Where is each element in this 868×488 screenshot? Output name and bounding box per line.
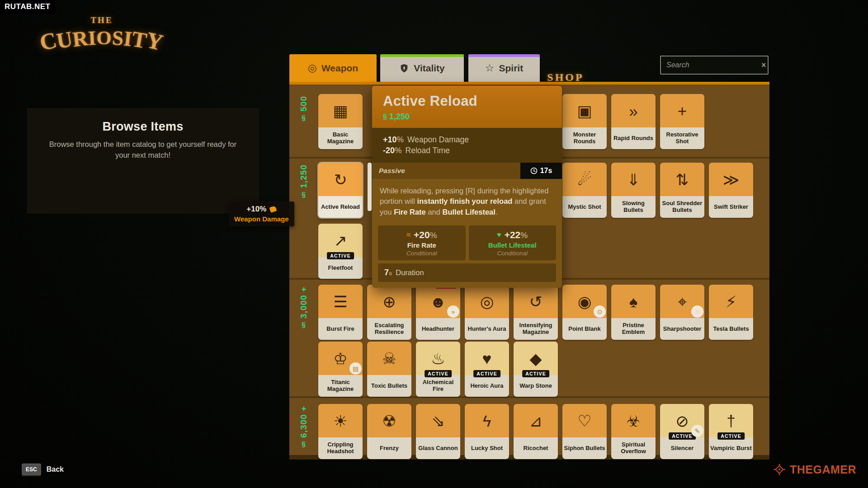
item-card-sharpshooter[interactable]: ⌖◌Sharpshooter bbox=[660, 285, 704, 340]
item-card-spiritual-overflow[interactable]: ☣Spiritual Overflow bbox=[611, 404, 656, 459]
item-card-alchemical-fire[interactable]: ♨ACTIVEAlchemical Fire bbox=[416, 342, 460, 397]
item-card-tesla-bullets[interactable]: ⚡Tesla Bullets bbox=[709, 285, 753, 340]
stat-pct: % bbox=[397, 135, 404, 144]
search-input[interactable] bbox=[665, 61, 761, 70]
item-name-label: Heroic Aura bbox=[465, 375, 509, 397]
souls-icon: § bbox=[300, 188, 307, 199]
item-card-titanic-magazine[interactable]: ♔▤Titanic Magazine bbox=[318, 342, 363, 397]
item-card-soul-shredder-bullets[interactable]: ⇅Soul Shredder Bullets bbox=[660, 163, 704, 218]
item-card-crippling-headshot[interactable]: ☀Crippling Headshot bbox=[318, 404, 363, 459]
item-icon-area: ☰ bbox=[318, 285, 363, 318]
pristine-emblem-icon: ♠ bbox=[629, 294, 638, 310]
conditional-fire-rate: ≡ +20% Fire Rate Conditional bbox=[378, 225, 466, 260]
item-card-rapid-rounds[interactable]: »Rapid Rounds bbox=[611, 94, 656, 149]
browse-items-panel: Browse Items Browse through the item cat… bbox=[27, 108, 259, 213]
item-card-lucky-shot[interactable]: ϟLucky Shot bbox=[465, 404, 509, 459]
stat-value: +10 bbox=[383, 135, 397, 144]
tooltip-header: Active Reload § 1,250 bbox=[372, 86, 562, 128]
item-icon-area: + bbox=[660, 94, 704, 127]
item-card-swift-striker[interactable]: ≫Swift Striker bbox=[709, 163, 753, 218]
escalating-resilience-icon: ⊕ bbox=[382, 294, 396, 310]
item-card-vampiric-burst[interactable]: †ACTIVEVampiric Burst bbox=[709, 404, 753, 459]
crippling-headshot-icon: ☀ bbox=[333, 413, 347, 429]
item-name-label: Burst Fire bbox=[318, 318, 363, 340]
item-name-label: Frenzy bbox=[367, 437, 411, 459]
conditional-bullet-lifesteal: ♥ +22% Bullet Lifesteal Conditional bbox=[469, 225, 557, 260]
tooltip-passive-row: Passive 17s bbox=[372, 163, 562, 179]
item-card-frenzy[interactable]: ☢Frenzy bbox=[367, 404, 411, 459]
item-card-mystic-shot[interactable]: ☄Mystic Shot bbox=[562, 163, 607, 218]
item-icon-area: » bbox=[611, 94, 656, 127]
monster-rounds-icon: ▣ bbox=[577, 103, 592, 119]
item-name-label: Slowing Bullets bbox=[611, 196, 656, 218]
esc-key-badge[interactable]: ESC bbox=[22, 464, 41, 475]
item-card-escalating-resilience[interactable]: ⊕Escalating Resilience bbox=[367, 285, 411, 340]
item-card-restorative-shot[interactable]: +Restorative Shot bbox=[660, 94, 704, 149]
item-icon-area: ☣ bbox=[611, 404, 656, 437]
browse-items-title: Browse Items bbox=[102, 120, 183, 134]
point-blank-icon: ◉ bbox=[578, 294, 592, 310]
souls-icon: § bbox=[300, 438, 307, 448]
item-card-headhunter[interactable]: ☻»Headhunter bbox=[416, 285, 460, 340]
conditional-pct: % bbox=[520, 231, 528, 240]
item-name-label: Vampiric Burst bbox=[709, 437, 753, 459]
tier-section-6-300: § 6,300 +☀Crippling Headshot☢Frenzy⇘Glas… bbox=[289, 396, 769, 460]
titanic-magazine-icon: ♔ bbox=[333, 351, 347, 366]
item-icon-area: ▣ bbox=[562, 94, 607, 127]
item-card-intensifying-magazine[interactable]: ↺Intensifying Magazine bbox=[514, 285, 558, 340]
glass-cannon-icon: ⇘ bbox=[431, 413, 444, 429]
back-control[interactable]: ESC Back bbox=[22, 464, 64, 475]
conditional-label: Fire Rate bbox=[381, 241, 463, 249]
item-card-pristine-emblem[interactable]: ♠Pristine Emblem bbox=[611, 285, 656, 340]
conditional-value: +22 bbox=[505, 230, 521, 240]
item-card-ricochet[interactable]: ⊿Ricochet bbox=[514, 404, 558, 459]
item-name-label: Basic Magazine bbox=[318, 127, 363, 149]
item-card-fleetfoot[interactable]: ↗ACTIVEFleetfoot bbox=[318, 224, 363, 279]
item-card-slowing-bullets[interactable]: ⇓Slowing Bullets bbox=[611, 163, 656, 218]
item-icon-area: ▦ bbox=[318, 94, 363, 127]
item-icon-area: ⇅ bbox=[660, 163, 704, 196]
conditional-note: Conditional bbox=[472, 250, 554, 257]
stat-weapon-damage: +10%Weapon Damage bbox=[383, 135, 551, 145]
item-card-toxic-bullets[interactable]: ☠Toxic Bullets bbox=[367, 342, 411, 397]
item-icon-area: ϟ bbox=[465, 404, 509, 437]
silencer-sub-icon: ✎ bbox=[691, 425, 703, 437]
search-clear-icon[interactable]: × bbox=[761, 61, 766, 70]
item-name-label: Lucky Shot bbox=[465, 437, 509, 459]
item-tooltip-active-reload: Active Reload § 1,250 +10%Weapon Damage … bbox=[372, 86, 562, 288]
active-badge: ACTIVE bbox=[473, 370, 500, 377]
item-icon-area: ⇓ bbox=[611, 163, 656, 196]
item-card-point-blank[interactable]: ◉⊙Point Blank bbox=[562, 285, 607, 340]
item-card-warp-stone[interactable]: ◆ACTIVEWarp Stone bbox=[514, 342, 558, 397]
cooldown-badge: 17s bbox=[520, 163, 562, 179]
item-card-siphon-bullets[interactable]: ♡Siphon Bullets bbox=[562, 404, 607, 459]
item-card-silencer[interactable]: ⊘ACTIVE✎Silencer bbox=[660, 404, 704, 459]
alchemical-fire-icon: ♨ bbox=[431, 351, 445, 366]
tab-weapon[interactable]: ◎ Weapon bbox=[289, 54, 377, 82]
tab-weapon-label: Weapon bbox=[321, 63, 358, 74]
tab-spirit[interactable]: ☆ Spirit bbox=[468, 54, 540, 82]
item-card-glass-cannon[interactable]: ⇘Glass Cannon bbox=[416, 404, 460, 459]
item-card-active-reload[interactable]: ↻Active Reload bbox=[318, 163, 363, 218]
fire-rate-icon: ≡ bbox=[406, 231, 410, 239]
item-card-burst-fire[interactable]: ☰Burst Fire bbox=[318, 285, 363, 340]
item-name-label: Alchemical Fire bbox=[416, 375, 460, 397]
item-card-hunter-s-aura[interactable]: ◎Hunter's Aura bbox=[465, 285, 509, 340]
clock-icon bbox=[530, 167, 538, 174]
magazine-sub-icon: ▤ bbox=[349, 362, 362, 375]
item-name-label: Ricochet bbox=[514, 437, 558, 459]
item-name-label: Mystic Shot bbox=[562, 196, 607, 218]
item-card-basic-magazine[interactable]: ▦Basic Magazine bbox=[318, 94, 363, 149]
tab-spirit-label: Spirit bbox=[499, 63, 523, 74]
stat-label: Weapon Damage bbox=[407, 135, 469, 144]
scrollbar-thumb[interactable] bbox=[368, 163, 372, 211]
conditional-label: Bullet Lifesteal bbox=[472, 241, 554, 249]
swift-striker-icon: ≫ bbox=[723, 172, 740, 188]
tab-vitality[interactable]: Vitality bbox=[380, 54, 464, 82]
item-card-monster-rounds[interactable]: ▣Monster Rounds bbox=[562, 94, 607, 149]
tier-price-label: § 3,000 + bbox=[289, 285, 318, 396]
item-row: ♔▤Titanic Magazine☠Toxic Bullets♨ACTIVEA… bbox=[318, 342, 753, 397]
item-name-label: Restorative Shot bbox=[660, 127, 704, 149]
item-card-heroic-aura[interactable]: ♥ACTIVEHeroic Aura bbox=[465, 342, 509, 397]
item-row: ☰Burst Fire⊕Escalating Resilience☻»Headh… bbox=[318, 285, 753, 340]
